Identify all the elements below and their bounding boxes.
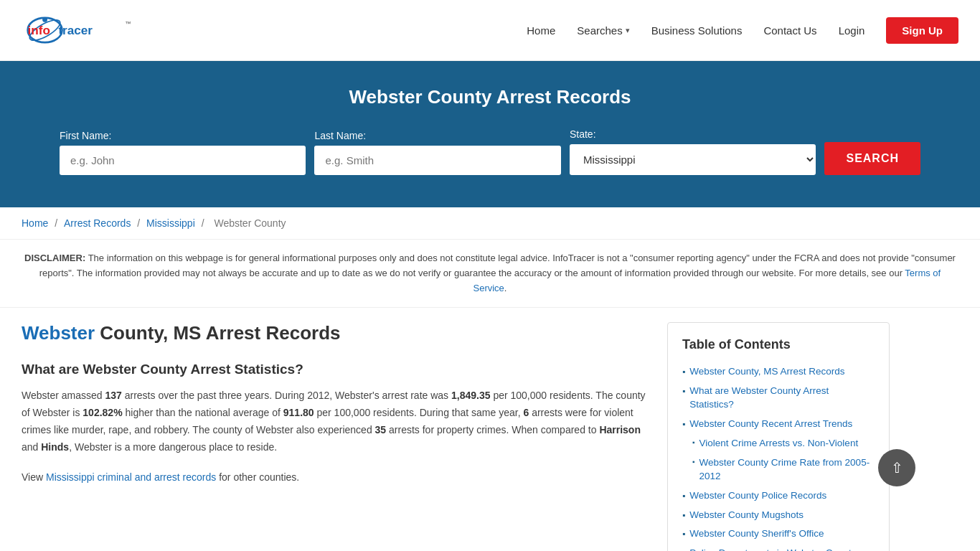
main-nav: Home Searches ▾ Business Solutions Conta… (527, 17, 958, 44)
nav-login[interactable]: Login (839, 24, 865, 37)
breadcrumb-sep-1: / (55, 217, 60, 229)
toc-item-7: Police Departments in Webster County (682, 544, 875, 551)
stat-property: 35 (375, 424, 387, 435)
breadcrumb-webster-county: Webster County (214, 217, 286, 229)
disclaimer-label: DISCLAIMER: (24, 253, 85, 263)
toc-section: Table of Contents Webster County, MS Arr… (667, 322, 890, 551)
toc-item-6: Webster County Sheriff's Office (682, 524, 875, 544)
scroll-to-top-button[interactable]: ⇧ (878, 449, 915, 486)
breadcrumb-mississippi[interactable]: Mississippi (146, 217, 195, 229)
nav-searches[interactable]: Searches ▾ (577, 24, 629, 37)
toc-sublink-2[interactable]: Webster County Crime Rate from 2005-2012 (699, 456, 875, 484)
toc-item-3: Webster County Recent Arrest Trends (682, 415, 875, 434)
svg-text:info: info (28, 23, 50, 37)
compare-hinds: Hinds (41, 441, 69, 453)
svg-text:tracer: tracer (58, 23, 93, 37)
state-select[interactable]: Mississippi Alabama Alaska Arizona Arkan… (570, 144, 816, 175)
toc-item-1: Webster County, MS Arrest Records (682, 362, 875, 382)
article-subtitle: What are Webster County Arrest Statistic… (22, 362, 646, 377)
toc-sublist: Violent Crime Arrests vs. Non-Violent We… (682, 434, 875, 486)
svg-text:™: ™ (125, 20, 131, 27)
state-group: State: Mississippi Alabama Alaska Arizon… (570, 128, 816, 175)
state-label: State: (570, 128, 816, 140)
last-name-label: Last Name: (314, 130, 560, 141)
stat-percent-higher: 102.82% (83, 407, 122, 418)
toc-link-4[interactable]: Webster County Police Records (689, 489, 826, 503)
first-name-label: First Name: (60, 130, 306, 141)
disclaimer-section: DISCLAIMER: The information on this webp… (0, 240, 980, 308)
compare-harrison: Harrison (599, 424, 641, 435)
nav-business-solutions[interactable]: Business Solutions (651, 24, 743, 37)
main-content: Webster County, MS Arrest Records What a… (0, 308, 980, 551)
article-paragraph-1: Webster amassed 137 arrests over the pas… (22, 387, 646, 456)
toc-sublink-1[interactable]: Violent Crime Arrests vs. Non-Violent (699, 437, 859, 451)
table-of-contents: Table of Contents Webster County, MS Arr… (667, 322, 890, 551)
breadcrumb-sep-3: / (202, 217, 207, 229)
toc-link-2[interactable]: What are Webster County Arrest Statistic… (689, 385, 875, 412)
toc-subitem-2: Webster County Crime Rate from 2005-2012 (692, 453, 875, 486)
toc-item-2: What are Webster County Arrest Statistic… (682, 382, 875, 415)
page-title: Webster County Arrest Records (22, 86, 958, 108)
article-title-rest: County, MS Arrest Records (95, 322, 340, 344)
breadcrumb-arrest-records[interactable]: Arrest Records (64, 217, 131, 229)
logo[interactable]: info tracer ™ (22, 9, 144, 52)
svg-point-2 (42, 17, 47, 22)
article-title: Webster County, MS Arrest Records (22, 322, 646, 344)
search-button[interactable]: SEARCH (824, 142, 920, 175)
first-name-group: First Name: (60, 130, 306, 175)
article-title-highlight: Webster (22, 322, 95, 344)
toc-item-5: Webster County Mugshots (682, 506, 875, 525)
hero-section: Webster County Arrest Records First Name… (0, 61, 980, 207)
toc-link-5[interactable]: Webster County Mugshots (689, 509, 804, 522)
nav-contact-us[interactable]: Contact Us (763, 24, 816, 37)
toc-subitem-1: Violent Crime Arrests vs. Non-Violent (692, 434, 875, 453)
last-name-group: Last Name: (314, 130, 560, 175)
toc-list: Webster County, MS Arrest Records What a… (682, 362, 875, 551)
ms-records-link[interactable]: Mississippi criminal and arrest records (46, 471, 216, 483)
chevron-up-icon: ⇧ (891, 459, 903, 476)
nav-signup[interactable]: Sign Up (886, 17, 958, 44)
breadcrumb-home[interactable]: Home (22, 217, 48, 229)
toc-link-3[interactable]: Webster County Recent Arrest Trends (689, 418, 852, 431)
breadcrumb-sep-2: / (137, 217, 143, 229)
article-paragraph-2: View Mississippi criminal and arrest rec… (22, 469, 646, 486)
search-form: First Name: Last Name: State: Mississipp… (60, 128, 920, 175)
stat-national-avg: 911.80 (283, 407, 314, 418)
toc-item-4: Webster County Police Records (682, 486, 875, 506)
breadcrumb: Home / Arrest Records / Mississippi / We… (0, 207, 980, 240)
toc-heading: Table of Contents (682, 337, 875, 352)
stat-arrests: 137 (105, 390, 121, 401)
toc-link-6[interactable]: Webster County Sheriff's Office (689, 527, 824, 541)
searches-dropdown-icon: ▾ (626, 26, 630, 35)
disclaimer-end: . (504, 283, 507, 293)
article-section: Webster County, MS Arrest Records What a… (22, 322, 667, 551)
site-header: info tracer ™ Home Searches ▾ Business S… (0, 0, 980, 61)
toc-link-1[interactable]: Webster County, MS Arrest Records (689, 365, 844, 379)
first-name-input[interactable] (60, 146, 306, 175)
disclaimer-text: The information on this webpage is for g… (39, 253, 956, 278)
toc-link-7[interactable]: Police Departments in Webster County (689, 547, 856, 551)
stat-arrest-rate: 1,849.35 (451, 390, 491, 401)
last-name-input[interactable] (314, 146, 560, 175)
nav-home[interactable]: Home (527, 24, 555, 37)
